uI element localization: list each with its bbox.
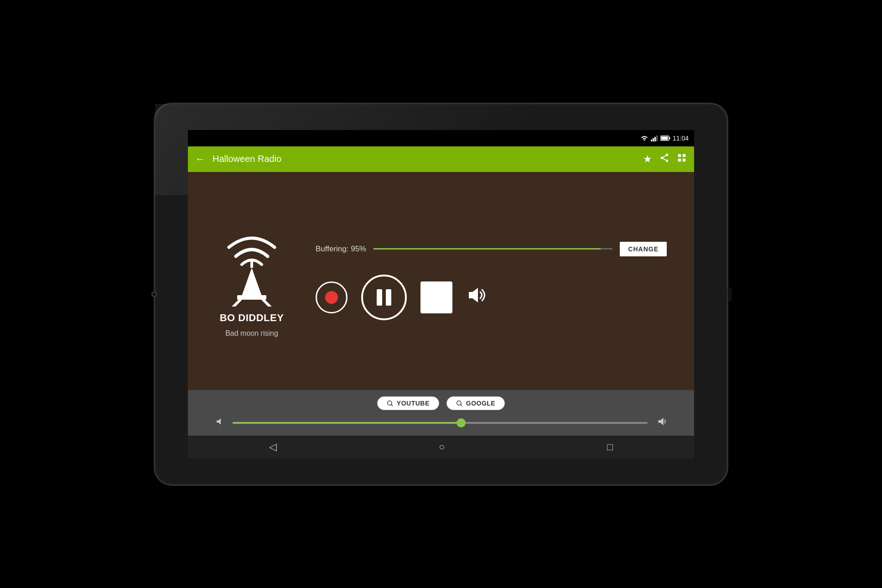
svg-rect-15 — [683, 158, 685, 161]
share-icon — [659, 153, 669, 163]
svg-point-9 — [666, 159, 669, 162]
google-label: GOOGLE — [466, 400, 495, 407]
volume-slider-thumb[interactable] — [457, 418, 466, 427]
youtube-search-button[interactable]: YOUTUBE — [377, 396, 439, 410]
svg-marker-27 — [659, 417, 664, 425]
svg-rect-3 — [656, 135, 658, 141]
volume-low-icon — [215, 417, 223, 426]
svg-line-20 — [263, 300, 270, 307]
pause-button[interactable] — [361, 275, 407, 320]
volume-high-icon — [657, 416, 667, 427]
grid-icon — [677, 153, 687, 163]
svg-rect-0 — [651, 140, 652, 141]
bottom-section: YOUTUBE GOOGLE — [188, 390, 694, 436]
favorite-button[interactable]: ★ — [643, 153, 652, 165]
app-title: Halloween Radio — [213, 154, 636, 164]
app-bar: ← Halloween Radio ★ — [188, 146, 694, 172]
svg-rect-1 — [653, 138, 654, 141]
camera-lens — [151, 291, 157, 297]
track-artist: BO DIDDLEY — [220, 312, 284, 324]
svg-rect-12 — [678, 154, 681, 156]
wifi-icon — [640, 135, 649, 141]
svg-point-8 — [661, 156, 664, 159]
svg-line-11 — [663, 155, 666, 157]
svg-rect-18 — [237, 295, 266, 300]
tablet-screen: 11:04 ← Halloween Radio ★ — [188, 130, 694, 458]
buffering-progress-bar — [374, 248, 612, 250]
svg-line-19 — [233, 300, 240, 307]
youtube-search-icon — [387, 400, 393, 406]
app-bar-actions: ★ — [643, 153, 687, 166]
track-title: Bad moon rising — [225, 329, 278, 338]
back-button[interactable]: ← — [195, 153, 205, 165]
buffering-progress-fill — [374, 248, 601, 250]
stop-button[interactable] — [420, 281, 452, 313]
nav-bar: ◁ ○ □ — [188, 436, 694, 458]
side-button — [728, 287, 732, 301]
status-bar: 11:04 — [188, 130, 694, 146]
svg-line-23 — [391, 404, 392, 406]
tablet-device: 11:04 ← Halloween Radio ★ — [154, 103, 728, 486]
svg-rect-14 — [678, 158, 681, 161]
volume-min-icon — [215, 417, 223, 428]
buffering-label: Buffering: 95% — [316, 245, 366, 254]
radio-tower-icon — [215, 224, 288, 307]
volume-slider-row — [215, 416, 667, 429]
volume-max-icon — [657, 416, 667, 429]
svg-line-25 — [460, 404, 462, 406]
youtube-label: YOUTUBE — [397, 400, 430, 407]
search-buttons-row: YOUTUBE GOOGLE — [215, 396, 667, 410]
grid-button[interactable] — [677, 153, 687, 166]
volume-slider[interactable] — [233, 422, 648, 424]
svg-point-7 — [666, 153, 669, 156]
pause-bar-right — [386, 289, 391, 306]
svg-marker-16 — [240, 268, 263, 300]
nav-back-button[interactable]: ◁ — [269, 441, 277, 453]
svg-rect-5 — [669, 137, 670, 139]
playback-controls — [316, 275, 667, 320]
player-controls-section: Buffering: 95% CHANGE — [316, 242, 667, 320]
volume-icon — [466, 286, 487, 304]
svg-marker-26 — [217, 418, 221, 425]
volume-slider-fill — [233, 422, 461, 424]
change-button[interactable]: CHANGE — [620, 242, 667, 256]
battery-icon — [660, 135, 670, 141]
track-info-section: BO DIDDLEY Bad moon rising — [215, 224, 288, 338]
nav-recent-button[interactable]: □ — [607, 441, 613, 453]
record-dot — [325, 291, 338, 304]
volume-button[interactable] — [466, 286, 487, 308]
pause-bar-left — [377, 289, 382, 306]
record-button[interactable] — [316, 281, 348, 313]
svg-line-10 — [663, 158, 666, 160]
google-search-button[interactable]: GOOGLE — [446, 396, 505, 410]
svg-marker-21 — [469, 288, 478, 302]
share-button[interactable] — [659, 153, 669, 166]
buffering-row: Buffering: 95% CHANGE — [316, 242, 667, 256]
svg-rect-13 — [683, 154, 685, 156]
main-content: BO DIDDLEY Bad moon rising Buffering: 95… — [188, 172, 694, 390]
status-icons: 11:04 — [640, 135, 689, 142]
signal-icon — [651, 135, 658, 141]
google-search-icon — [456, 400, 462, 406]
svg-rect-6 — [661, 136, 668, 140]
time-display: 11:04 — [673, 135, 689, 142]
svg-rect-2 — [654, 137, 656, 141]
nav-home-button[interactable]: ○ — [439, 441, 445, 453]
